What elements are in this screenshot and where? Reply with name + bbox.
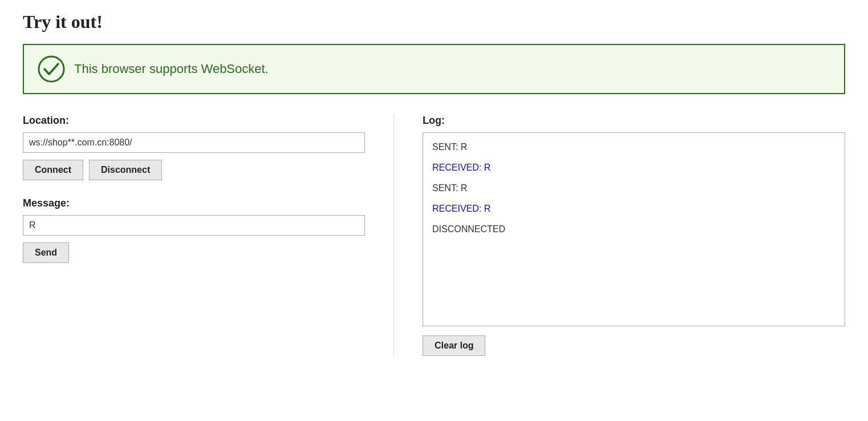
- checkmark-icon: [38, 55, 65, 83]
- websocket-support-banner: This browser supports WebSocket.: [23, 44, 845, 94]
- log-label: Log:: [423, 115, 845, 127]
- log-box: SENT: R RECEIVED: R SENT: R RECEIVED: R …: [423, 132, 845, 326]
- message-input[interactable]: [23, 215, 365, 236]
- connect-button[interactable]: Connect: [23, 160, 83, 180]
- main-content: Location: Connect Disconnect Message: Se…: [23, 115, 845, 356]
- message-label: Message:: [23, 197, 365, 209]
- panel-divider: [394, 115, 394, 356]
- location-label: Location:: [23, 115, 365, 127]
- log-entry: SENT: R: [432, 142, 835, 152]
- log-entry: SENT: R: [432, 183, 835, 193]
- send-button-row: Send: [23, 242, 365, 263]
- svg-point-0: [39, 56, 64, 82]
- clear-log-button[interactable]: Clear log: [423, 335, 485, 356]
- left-panel: Location: Connect Disconnect Message: Se…: [23, 115, 365, 280]
- websocket-support-text: This browser supports WebSocket.: [74, 62, 269, 76]
- log-entry: DISCONNECTED: [432, 224, 835, 234]
- log-entry: RECEIVED: R: [432, 163, 835, 173]
- disconnect-button[interactable]: Disconnect: [89, 160, 162, 180]
- connection-buttons: Connect Disconnect: [23, 160, 365, 180]
- page-title: Try it out!: [23, 11, 845, 33]
- log-entry: RECEIVED: R: [432, 204, 835, 214]
- location-input[interactable]: [23, 132, 365, 153]
- send-button[interactable]: Send: [23, 242, 69, 263]
- right-panel: Log: SENT: R RECEIVED: R SENT: R RECEIVE…: [423, 115, 845, 356]
